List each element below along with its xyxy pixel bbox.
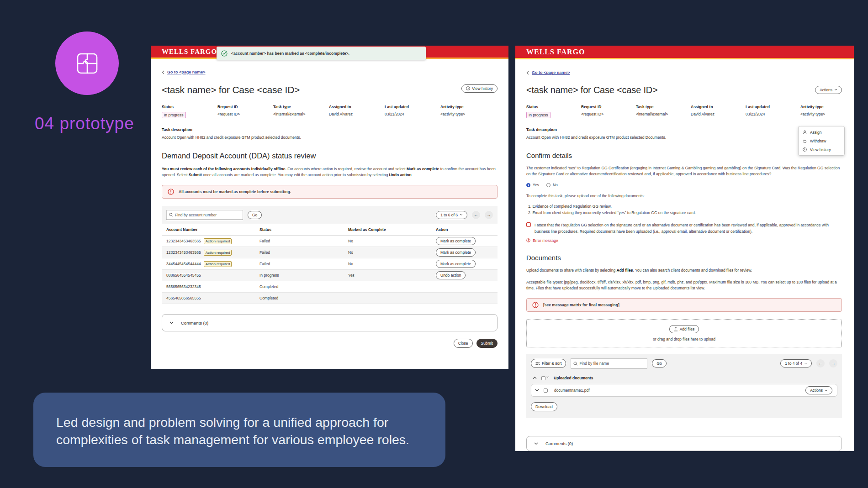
- next-page-button[interactable]: →: [485, 211, 493, 219]
- meta-activity-type: Activity type<activity type>: [800, 105, 854, 118]
- prev-page-button[interactable]: ←: [472, 211, 480, 219]
- actions-button[interactable]: Actions: [815, 86, 842, 94]
- expand-row-button[interactable]: [535, 389, 539, 392]
- alert-banner: All accounts must be marked as complete …: [162, 185, 498, 199]
- warning-icon: [532, 302, 539, 308]
- go-button[interactable]: Go: [248, 211, 262, 219]
- filter-sort-button[interactable]: Filter & sort: [531, 359, 566, 368]
- chevron-up-icon: [533, 377, 537, 379]
- drag-drop-hint: or drag and drop files here to upload: [653, 337, 715, 341]
- regulation-radio-group: Yes No: [526, 183, 842, 187]
- next-page-button[interactable]: →: [829, 359, 837, 367]
- meta-value: 03/21/2024: [385, 112, 440, 116]
- row-actions-button[interactable]: Actions: [805, 386, 832, 394]
- table-row: 5656565634232345Completed: [162, 281, 498, 293]
- status-badge: In progress: [526, 112, 550, 118]
- comments-accordion[interactable]: Comments (0): [526, 436, 842, 451]
- chevron-down-icon: [546, 376, 549, 378]
- mark-complete-button[interactable]: Mark as complete: [436, 260, 476, 268]
- task-description: Account Open with HH82 and credit exposu…: [162, 135, 498, 141]
- page-title: <task name> for Case <case ID>: [526, 85, 658, 95]
- marked-as-complete: No: [348, 250, 436, 255]
- radio-unselected-icon: [546, 183, 550, 187]
- meta-label: Request ID: [581, 105, 636, 109]
- meta-label: Assigned to: [329, 105, 385, 109]
- meta-label: Activity type: [800, 105, 854, 109]
- upload-icon: [674, 327, 678, 331]
- review-instructions: You must review each of the following ac…: [162, 166, 498, 178]
- pagination-select[interactable]: 1 to 6 of 6: [436, 211, 467, 219]
- meta-status: StatusIn progress: [526, 105, 581, 118]
- prev-page-button[interactable]: ←: [816, 359, 825, 367]
- attest-text: I attest that the Regulation GG selectio…: [535, 222, 842, 234]
- back-link[interactable]: Go to <page name>: [526, 70, 570, 75]
- menu-item-view-history[interactable]: View history: [799, 145, 844, 154]
- alert-text: All accounts must be marked as complete …: [179, 189, 291, 194]
- column-header: Status: [259, 227, 348, 232]
- mark-complete-button[interactable]: Mark as complete: [436, 237, 476, 245]
- filter-sort-icon: [535, 362, 540, 366]
- uploaded-documents-section: Filter & sort Go 1 to 4 of 4 ← →: [526, 354, 842, 418]
- account-number: 1232343453463565: [166, 239, 201, 243]
- meta-task-type: Task type<internal/external>: [636, 105, 691, 118]
- view-history-button[interactable]: View history: [461, 84, 498, 93]
- action-required-badge: Action required: [204, 261, 232, 267]
- uploaded-documents-label: Uploaded documents: [554, 376, 593, 380]
- search-input[interactable]: [579, 361, 647, 366]
- meta-request-id: Request ID<request ID>: [581, 105, 636, 118]
- meta-label: Last updated: [746, 105, 800, 109]
- account-number: 3445445454544444: [166, 262, 201, 266]
- meta-value: David Alvarez: [329, 112, 385, 116]
- meta-value: <request ID>: [217, 112, 273, 116]
- account-search: [166, 210, 243, 220]
- collapse-section-button[interactable]: [533, 377, 537, 379]
- menu-item-assign[interactable]: Assign: [799, 128, 844, 136]
- row-checkbox[interactable]: [544, 388, 548, 393]
- add-files-button[interactable]: Add files: [669, 325, 699, 333]
- download-button[interactable]: Download: [531, 402, 557, 411]
- confirm-details-title: Confirm details: [526, 152, 842, 159]
- submit-button[interactable]: Submit: [476, 339, 498, 348]
- meta-value: <internal/external>: [273, 112, 329, 116]
- undo-action-button[interactable]: Undo action: [436, 271, 466, 279]
- chevron-down-icon: [169, 321, 174, 324]
- meta-value: David Alvarez: [691, 112, 746, 116]
- chevron-down-icon: [804, 362, 807, 365]
- comments-accordion[interactable]: Comments (0): [162, 314, 498, 331]
- go-button[interactable]: Go: [652, 359, 666, 367]
- meta-value: <internal/external>: [636, 112, 691, 116]
- account-status: Completed: [259, 296, 348, 300]
- account-status: Failed: [259, 250, 348, 255]
- task-description: Account Open with HH82 and credit exposu…: [526, 135, 842, 141]
- status-badge: In progress: [162, 112, 186, 118]
- chevron-down-icon: [534, 442, 538, 445]
- search-input[interactable]: [175, 213, 243, 217]
- radio-no[interactable]: No: [546, 183, 558, 187]
- file-search: [571, 358, 647, 368]
- table-row: 4565465656565555Completed: [162, 293, 498, 304]
- mark-complete-button[interactable]: Mark as complete: [436, 248, 476, 257]
- meta-value: 03/21/2024: [746, 112, 800, 116]
- marked-as-complete: No: [348, 262, 436, 266]
- menu-item-withdraw[interactable]: Withdraw: [799, 136, 844, 145]
- select-all-checkbox[interactable]: [541, 376, 545, 380]
- table-body: 1232343453463565Action requiredFailedNoM…: [162, 236, 498, 304]
- account-number: 1232343453463565: [166, 250, 201, 255]
- clock-icon: [803, 147, 807, 152]
- meta-label: Activity type: [440, 105, 496, 109]
- account-number: 8886564554545455: [166, 273, 201, 278]
- top-banner: WELLS FARGO: [515, 46, 854, 58]
- documents-intro: Upload documents to share with clients b…: [526, 268, 842, 273]
- radio-yes[interactable]: Yes: [526, 183, 539, 187]
- account-number: 5656565634232345: [166, 284, 201, 289]
- back-link[interactable]: Go to <page name>: [162, 70, 206, 74]
- attest-checkbox[interactable]: [526, 222, 531, 227]
- step-label: 04 prototype: [35, 114, 134, 133]
- close-button[interactable]: Close: [454, 339, 473, 348]
- column-header: Account Number: [166, 227, 259, 232]
- meta-value: <activity type>: [800, 112, 854, 116]
- pagination-select[interactable]: 1 to 4 of 4: [780, 359, 812, 367]
- table-row: 1232343453463565Action requiredFailedNoM…: [162, 247, 498, 258]
- puzzle-icon: [71, 47, 104, 80]
- file-dropzone[interactable]: Add files or drag and drop files here to…: [526, 319, 842, 347]
